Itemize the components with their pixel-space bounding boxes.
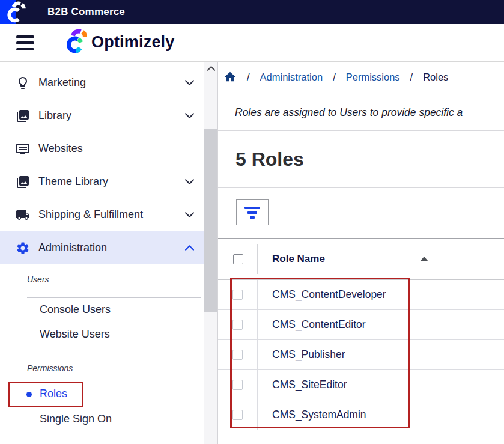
top-bar: B2B Commerce [0,0,504,24]
filter-icon [250,216,255,219]
hamburger-bar [16,48,34,51]
row-checkbox[interactable] [232,350,243,360]
sidebar-item-label: Administration [38,242,107,254]
select-all-checkbox[interactable] [233,254,243,264]
role-name-cell[interactable]: CMS_ContentEditor [258,310,366,339]
sidebar-group-label-permissions: Permissions [27,363,73,373]
breadcrumb-separator: / [247,71,250,83]
photo-library-icon [16,109,30,123]
table-row[interactable]: CMS_Publisher [218,340,504,370]
sidebar-item-label: Library [38,109,71,122]
page-title: 5 Roles [235,148,304,171]
topbar-divider [38,0,38,24]
product-name: B2B Commerce [47,0,125,24]
scrollbar-thumb[interactable] [204,129,217,312]
breadcrumb: / Administration / Permissions / Roles [223,68,448,85]
sidebar-divider [27,383,201,383]
gear-icon [16,241,30,255]
brand-wordmark: Optimizely [91,33,175,52]
app-header: Optimizely [0,24,504,62]
app-window: { "top_bar": { "product_name": "B2B Comm… [0,0,504,444]
breadcrumb-separator: / [410,71,413,83]
sort-ascending-icon[interactable] [420,257,428,261]
header-checkbox-cell [218,239,258,279]
breadcrumb-separator: / [333,71,336,83]
roles-table: Role Name CMS_ContentDeveloper CMS_Conte… [218,238,504,430]
sidebar-item-label: Shipping & Fulfillment [38,208,143,221]
table-row[interactable]: CMS_SystemAdmin [218,400,504,430]
sidebar-item-websites[interactable]: Websites [0,132,204,165]
breadcrumb-link-permissions[interactable]: Permissions [346,71,400,83]
sidebar-scrollbar[interactable] [204,62,218,444]
lightbulb-icon [16,76,30,90]
topbar-divider [148,0,148,24]
optimizely-logo-icon[interactable] [5,1,27,23]
brand-logo[interactable]: Optimizely [62,27,175,57]
column-header-role-name[interactable]: Role Name [258,239,446,279]
page-description: Roles are assigned to Users to provide s… [235,106,504,119]
row-checkbox-cell [218,280,258,309]
sidebar-item-label: Websites [38,142,83,155]
sidebar-item-label: Marketing [38,76,86,89]
chevron-down-icon [185,80,194,85]
sidebar-item-website-users[interactable]: Website Users [40,328,110,341]
sidebar-divider [27,297,201,298]
row-checkbox[interactable] [232,320,243,330]
table-row[interactable]: CMS_ContentDeveloper [218,280,504,310]
row-checkbox[interactable] [232,410,243,420]
filter-button[interactable] [236,199,269,225]
sidebar-item-shipping-fulfillment[interactable]: Shipping & Fulfillment [0,198,204,231]
row-checkbox[interactable] [232,380,243,390]
sidebar-item-single-sign-on[interactable]: Single Sign On [40,413,112,425]
header-spacer-cell [446,239,504,279]
row-checkbox-cell [218,400,258,430]
active-bullet-icon [26,392,32,397]
role-name-cell[interactable]: CMS_Publisher [258,340,345,369]
main-content: / Administration / Permissions / Roles R… [218,62,504,444]
sidebar: Marketing Library Websites Theme Library [0,62,204,444]
row-checkbox-cell [218,310,258,339]
hamburger-bar [16,41,34,44]
breadcrumb-link-administration[interactable]: Administration [260,71,323,83]
filter-icon [244,207,260,209]
scroll-up-button[interactable] [204,62,217,75]
table-row[interactable]: CMS_ContentEditor [218,310,504,340]
table-header-row: Role Name [218,239,504,280]
screen-icon [16,142,30,156]
role-name-cell[interactable]: CMS_ContentDeveloper [258,280,386,309]
optimizely-logo-icon [62,27,88,57]
chevron-down-icon [185,212,194,217]
chevron-down-icon [185,113,194,118]
sidebar-item-theme-library[interactable]: Theme Library [0,165,204,198]
row-checkbox-cell [218,370,258,400]
chevron-up-icon [185,245,194,251]
hamburger-bar [16,35,34,38]
row-checkbox[interactable] [232,290,243,300]
row-checkbox-cell [218,340,258,369]
menu-button[interactable] [16,35,34,50]
sidebar-item-administration[interactable]: Administration [0,231,204,264]
sidebar-item-library[interactable]: Library [0,99,204,132]
role-name-cell[interactable]: CMS_SiteEditor [258,370,347,400]
breadcrumb-current: Roles [423,71,448,83]
sidebar-item-marketing[interactable]: Marketing [0,66,204,99]
sidebar-item-console-users[interactable]: Console Users [40,303,111,316]
truck-icon [16,208,30,222]
sidebar-item-roles[interactable]: Roles [40,388,67,400]
heading-band: 5 Roles [218,130,504,188]
photo-library-icon [16,175,30,189]
filter-icon [247,211,257,214]
role-name-cell[interactable]: CMS_SystemAdmin [258,400,366,430]
table-row[interactable]: CMS_SiteEditor [218,370,504,400]
home-icon[interactable] [223,70,237,84]
sidebar-group-label-users: Users [27,275,49,284]
chevron-down-icon [185,179,194,184]
sidebar-item-label: Theme Library [38,175,108,188]
column-header-label: Role Name [272,253,325,265]
